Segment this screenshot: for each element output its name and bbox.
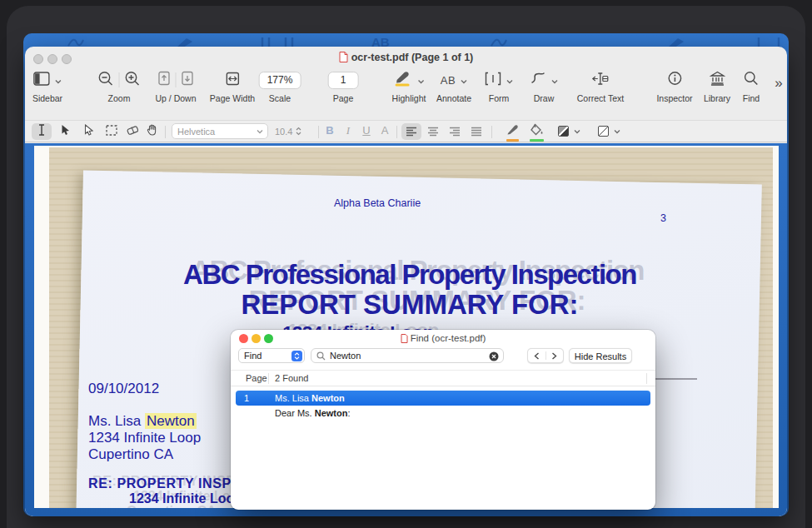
text-color-button[interactable]: A [378,124,391,137]
window-title: ocr-test.pdf (Page 1 of 1) [25,52,787,65]
correct-text-button[interactable]: Correct Text [577,70,624,103]
results-header: Page 2 Found [231,370,655,386]
pdf-file-icon [401,334,408,345]
paint-bucket-icon [530,123,544,136]
next-result-button[interactable] [546,349,564,362]
previous-result-button[interactable] [528,349,545,362]
divider [176,72,177,87]
zoom-controls: Zoom [98,70,141,103]
toolbar-overflow-button[interactable]: » [775,75,782,92]
text-color-tool[interactable] [506,123,520,139]
zoom-in-icon[interactable] [125,71,141,90]
align-right-button[interactable] [445,123,465,140]
align-center-icon [427,127,439,137]
doc-recipient-addr1: 1234 Infinite Loop [88,430,201,446]
chevron-down-icon[interactable] [574,129,580,134]
fill-color-tool[interactable] [530,123,545,139]
doc-recipient: Ms. Lisa Newton [88,413,197,430]
doc-date: 09/10/2012 [88,381,159,397]
eraser-icon [126,124,138,139]
popup-stepper-icon [291,351,302,361]
edit-select-tool-button[interactable] [78,123,98,140]
page-updown-controls: Up / Down [155,70,196,103]
doc-header: Alpha Beta Chariie [334,197,421,209]
result-text: Dear Ms. Newton: [275,408,350,418]
font-family-select[interactable]: Helvetica [172,123,268,139]
find-search-field[interactable]: Newton [311,348,504,363]
scale-control: 177% Scale [259,70,301,103]
underline-button[interactable]: U [360,124,373,137]
doc-title-line1: ABC Professional Property Inspection [183,259,636,291]
hide-results-button[interactable]: Hide Results [569,348,632,363]
doc-re-addr1: 1234 Infinite Loop [129,491,242,506]
find-window-title: Find (ocr-test.pdf) [231,333,655,345]
fill-swatch[interactable] [598,126,609,137]
titlebar: ocr-test.pdf (Page 1 of 1) [25,47,787,68]
find-mode-select[interactable]: Find [238,348,305,363]
select-tool-button[interactable] [55,123,75,140]
hand-tool-button[interactable] [142,123,162,140]
chevron-down-icon[interactable] [614,129,620,134]
library-button[interactable]: Library [704,70,730,103]
font-size-stepper[interactable]: 10.4 [275,123,301,139]
bold-button[interactable]: B [323,124,336,137]
marquee-tool-button[interactable] [102,123,122,140]
chevron-right-icon [551,352,557,360]
align-justify-button[interactable] [466,123,486,140]
scale-value-field[interactable]: 177% [259,72,301,89]
chevron-down-icon [257,129,263,134]
draw-button[interactable]: Draw [530,70,558,103]
sidebar-button[interactable]: Sidebar [32,70,62,103]
hand-icon [147,124,157,139]
result-row[interactable]: Dear Ms. Newton: [231,408,655,421]
pen-icon [506,123,519,136]
main-toolbar: Sidebar Zoom [25,68,787,120]
page-number-field[interactable]: 1 [328,72,359,89]
italic-button[interactable]: I [341,124,355,137]
chevron-down-icon [461,72,467,87]
overflow-chevrons-icon: » [775,75,782,92]
dashed-selection-icon [106,124,117,139]
doc-re-addr2: Cupertino, CA [122,506,212,508]
clear-search-icon[interactable] [489,351,499,363]
sidebar-icon [33,72,50,89]
form-field-icon [485,72,501,89]
find-window: Find (ocr-test.pdf) Find Newton [231,330,655,510]
doc-page-number: 3 [660,212,666,224]
page-width-button[interactable]: Page Width [210,70,255,103]
page-down-icon[interactable] [182,71,194,89]
chevron-down-icon [55,72,62,87]
form-button[interactable]: Form [485,70,513,103]
stepper-arrows-icon [296,127,301,136]
divider [165,126,166,138]
align-justify-icon [471,127,482,137]
page-up-icon[interactable] [158,71,171,89]
format-toolbar: Helvetica 10.4 B I U A [25,120,787,142]
zoom-out-icon[interactable] [98,71,114,90]
result-page-number: 1 [244,393,249,403]
align-left-icon [406,127,417,137]
highlight-button[interactable]: Highlight [392,70,426,103]
inspector-info-icon [667,71,682,89]
find-button[interactable]: Find [743,70,760,103]
divider [119,72,120,87]
page-width-icon [226,72,240,89]
text-tool-button[interactable] [32,123,52,140]
annotate-ab-icon: AB [441,74,456,87]
doc-recipient-addr2: Cupertino CA [88,446,173,463]
chevron-down-icon [506,72,513,87]
eraser-tool-button[interactable] [122,123,142,140]
result-row-selected[interactable]: 1 Ms. Lisa Newton [236,391,650,406]
cursor-arrow-icon [61,124,70,139]
annotate-button[interactable]: AB Annotate [436,70,471,103]
inspector-button[interactable]: Inspector [656,70,692,103]
doc-title-line2: REPORT SUMMARY FOR: [241,289,578,321]
align-left-button[interactable] [401,123,421,140]
align-center-button[interactable] [423,123,443,140]
stroke-swatch[interactable] [558,126,569,137]
pen-color-bar [506,139,519,142]
cursor-outline-icon [84,124,93,139]
chevron-down-icon [417,72,424,87]
find-prev-next-group [527,348,564,363]
find-search-icon [744,71,759,89]
